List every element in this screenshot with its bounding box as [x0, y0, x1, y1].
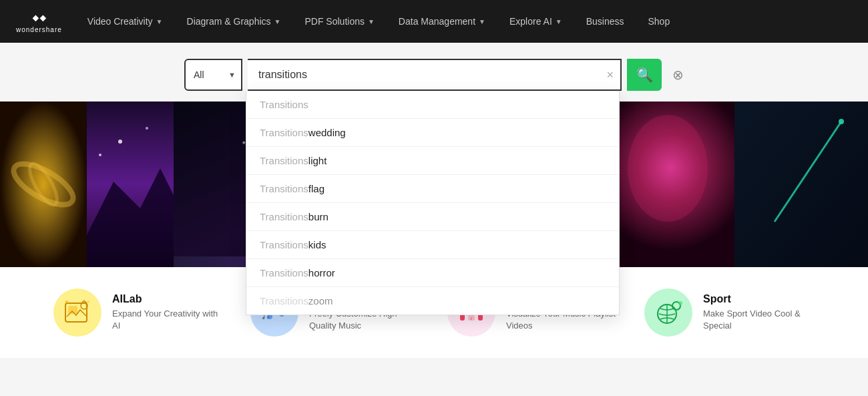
nav-item-explore-ai[interactable]: Explore AI ▼	[500, 11, 572, 32]
dropdown-item-transitions-zoom[interactable]: Transitions zoom	[246, 287, 619, 315]
hero-image-1	[0, 102, 87, 267]
ailab-desc: Expand Your Creativity with AI	[112, 308, 224, 332]
nav-item-label: Diagram & Graphics	[187, 16, 271, 27]
search-category-select-wrapper: All Video Image Audio ▼	[184, 59, 242, 91]
search-wrapper: All Video Image Audio ▼ × 🔍 ⊗ Transition…	[0, 43, 868, 102]
svg-point-5	[118, 140, 122, 144]
dropdown-item-transitions-horror[interactable]: Transitions horror	[246, 259, 619, 287]
nav-item-data-management[interactable]: Data Management ▼	[389, 11, 495, 32]
hero-image-2	[87, 102, 174, 267]
dropdown-item-transitions[interactable]: Transitions	[246, 91, 619, 119]
dropdown-suffix: wedding	[308, 127, 346, 138]
search-icon: 🔍	[636, 67, 653, 83]
dropdown-prefix: Transitions	[260, 267, 308, 278]
nav-item-pdf-solutions[interactable]: PDF Solutions ▼	[295, 11, 383, 32]
dropdown-suffix: light	[308, 155, 327, 166]
nav-item-label: Data Management	[399, 16, 475, 27]
svg-rect-22	[68, 306, 77, 314]
svg-point-7	[99, 154, 101, 156]
nav-item-shop[interactable]: Shop	[639, 11, 680, 32]
search-category-select[interactable]: All Video Image Audio	[194, 69, 233, 80]
svg-rect-0	[0, 102, 87, 267]
svg-point-24	[65, 301, 68, 303]
search-close-button[interactable]: ⊗	[672, 67, 684, 83]
close-icon: ×	[606, 68, 614, 82]
chevron-down-icon: ▼	[479, 18, 485, 25]
hero-image-5	[734, 102, 868, 267]
svg-point-25	[87, 301, 89, 303]
card-sport[interactable]: Sport Make Sport Video Cool & Special	[644, 288, 815, 337]
nav-item-label: PDF Solutions	[304, 16, 364, 27]
dropdown-prefix: Transitions	[260, 239, 308, 250]
search-submit-button[interactable]: 🔍	[627, 59, 662, 91]
dropdown-prefix: Transitions	[260, 99, 308, 110]
logo-icon: ⬥⬥	[31, 9, 46, 25]
sport-content: Sport Make Sport Video Cool & Special	[703, 293, 815, 332]
search-container: All Video Image Audio ▼ × 🔍 ⊗ Transition…	[184, 59, 684, 91]
dropdown-suffix: kids	[308, 239, 327, 250]
chevron-down-icon: ▼	[556, 18, 562, 25]
dropdown-suffix: burn	[308, 211, 329, 222]
close-icon: ⊗	[672, 67, 684, 83]
nav-item-label: Video Creativity	[87, 16, 153, 27]
chevron-down-icon: ▼	[368, 18, 375, 25]
search-clear-button[interactable]: ×	[600, 68, 620, 82]
ailab-content: AILab Expand Your Creativity with AI	[112, 293, 224, 332]
nav-item-business[interactable]: Business	[577, 11, 634, 32]
sport-icon	[644, 288, 692, 337]
nav-item-label: Explore AI	[509, 16, 552, 27]
svg-text:♪: ♪	[470, 316, 473, 321]
search-dropdown: Transitions Transitions wedding Transiti…	[246, 91, 620, 315]
logo[interactable]: ⬥⬥ wondershare	[16, 9, 62, 33]
search-input-wrapper: ×	[248, 59, 622, 91]
dropdown-suffix: zoom	[308, 295, 333, 307]
chevron-down-icon: ▼	[156, 18, 163, 25]
dropdown-prefix: Transitions	[260, 183, 308, 194]
dropdown-suffix: flag	[308, 183, 324, 194]
dropdown-item-transitions-burn[interactable]: Transitions burn	[246, 203, 619, 231]
sport-title: Sport	[703, 293, 815, 305]
dropdown-prefix: Transitions	[260, 127, 308, 138]
svg-point-36	[678, 301, 682, 305]
dropdown-suffix: horror	[308, 267, 335, 278]
sport-desc: Make Sport Video Cool & Special	[703, 308, 815, 332]
dropdown-item-transitions-light[interactable]: Transitions light	[246, 147, 619, 175]
ailab-icon	[53, 288, 101, 337]
nav-item-video-creativity[interactable]: Video Creativity ▼	[78, 11, 172, 32]
svg-rect-18	[734, 102, 868, 267]
dropdown-prefix: Transitions	[260, 155, 308, 166]
chevron-down-icon: ▼	[274, 18, 281, 25]
svg-point-6	[146, 127, 148, 130]
ailab-title: AILab	[112, 293, 224, 305]
dropdown-item-transitions-flag[interactable]: Transitions flag	[246, 175, 619, 203]
dropdown-item-transitions-kids[interactable]: Transitions kids	[246, 231, 619, 259]
card-ailab[interactable]: AILab Expand Your Creativity with AI	[53, 288, 224, 337]
dropdown-prefix: Transitions	[260, 295, 308, 307]
svg-point-9	[242, 142, 245, 144]
logo-text: wondershare	[16, 26, 62, 33]
dropdown-item-transitions-wedding[interactable]: Transitions wedding	[246, 119, 619, 147]
svg-point-17	[628, 115, 708, 222]
nav-item-diagram-graphics[interactable]: Diagram & Graphics ▼	[178, 11, 290, 32]
navbar: ⬥⬥ wondershare Video Creativity ▼ Diagra…	[0, 0, 868, 43]
search-input[interactable]	[248, 69, 600, 81]
dropdown-prefix: Transitions	[260, 211, 308, 222]
svg-point-20	[839, 119, 844, 124]
